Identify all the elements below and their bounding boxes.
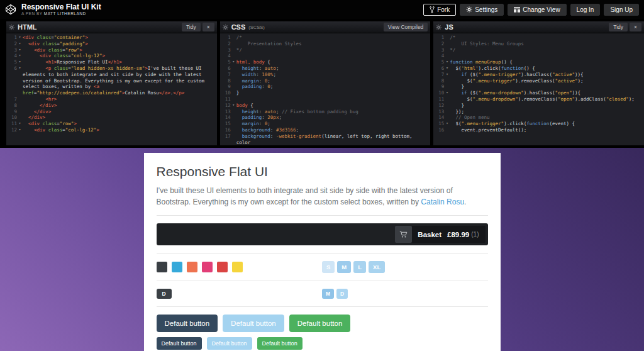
fold-arrow[interactable]: ▾ — [444, 121, 450, 127]
swatch-pink[interactable] — [202, 262, 213, 272]
page-title: Responsive Flat UI — [157, 164, 488, 179]
default-button-2[interactable]: Default button — [289, 315, 351, 332]
code-line: 7 width: 100%; — [220, 72, 431, 78]
fold-arrow[interactable]: ▾ — [231, 59, 236, 65]
line-number: 1 — [433, 35, 450, 41]
fold-arrow[interactable]: ▾ — [17, 127, 23, 133]
line-number: 1▾ — [6, 35, 23, 41]
gear-icon[interactable] — [9, 25, 14, 30]
size-button-l[interactable]: L — [353, 261, 366, 273]
fold-arrow[interactable]: ▾ — [17, 41, 23, 47]
code-line: 10▾ if ($(".menu-dropdown").hasClass("op… — [433, 90, 644, 96]
close-button[interactable]: × — [203, 23, 214, 31]
fold-arrow[interactable]: ▾ — [444, 72, 450, 78]
code-line: 6▾ $('html').click(function() { — [433, 65, 644, 72]
basket-price: £89.99 — [447, 231, 469, 238]
basket-widget[interactable]: Basket £89.99 (1) — [395, 226, 485, 243]
line-number: 2▾ — [6, 41, 23, 47]
line-number: 4▾ — [6, 53, 23, 59]
fold-arrow[interactable]: ▾ — [17, 65, 23, 72]
swatch-dark[interactable] — [157, 262, 167, 272]
line-number: 9 — [6, 109, 23, 115]
default-button-0[interactable]: Default button — [157, 315, 218, 332]
settings-button[interactable]: Settings — [460, 4, 504, 16]
size-button-s[interactable]: S — [322, 261, 335, 273]
catalin-rosu-link[interactable]: Catalin Rosu — [421, 198, 464, 206]
swatch-yellow[interactable] — [232, 262, 243, 272]
editor-actions: View Compiled — [384, 23, 428, 31]
fold-arrow[interactable]: ▾ — [17, 59, 23, 65]
code-line: 12▾ <div class="col-lg-12"> — [6, 127, 217, 133]
line-number: 9 — [433, 84, 450, 90]
line-number: 7 — [6, 96, 23, 103]
line-number: 5▾ — [433, 59, 450, 65]
signup-button[interactable]: Sign Up — [604, 4, 639, 16]
basket-cart-icon[interactable] — [395, 226, 412, 243]
mini-blue-button-m[interactable]: M — [322, 289, 334, 299]
line-number: 2 — [433, 41, 450, 47]
default-button-1[interactable]: Default button — [207, 337, 252, 350]
line-number: 11 — [433, 96, 450, 103]
fork-icon — [430, 6, 435, 13]
line-number: 10 — [6, 114, 23, 121]
tidy-button[interactable]: Tidy — [182, 23, 201, 31]
fold-arrow[interactable]: ▾ — [444, 90, 450, 96]
code-line: 4▾ <div class="col-lg-12"> — [6, 53, 217, 59]
gear-icon[interactable] — [223, 25, 228, 30]
html-code-area[interactable]: 1▾<div class="container">2▾ <div class="… — [6, 33, 217, 145]
default-button-2[interactable]: Default button — [257, 337, 303, 350]
css-code-area[interactable]: 1/*2 Presentation Styles3*/4 5▾html, bod… — [220, 33, 431, 145]
fold-arrow[interactable]: ▾ — [17, 53, 23, 59]
code-line: 8 margin: 0; — [220, 78, 431, 84]
default-button-0[interactable]: Default button — [157, 337, 202, 350]
line-number: 16 — [433, 127, 450, 133]
fold-arrow[interactable]: ▾ — [231, 103, 236, 109]
fold-arrow[interactable]: ▾ — [444, 65, 450, 72]
fold-arrow[interactable]: ▾ — [444, 59, 450, 65]
close-button[interactable]: × — [630, 23, 641, 31]
line-number: 14 — [433, 114, 450, 121]
editor-actions: Tidy× — [609, 23, 641, 31]
size-button-xl[interactable]: XL — [369, 261, 385, 273]
line-number: 6▾ — [6, 65, 23, 96]
divider — [157, 306, 488, 307]
fold-arrow[interactable]: ▾ — [17, 121, 23, 127]
size-group: SMLXL — [322, 261, 488, 273]
code-line: 5▾html, body { — [220, 59, 431, 65]
fold-arrow[interactable]: ▾ — [17, 35, 23, 41]
tidy-button[interactable]: Tidy — [609, 23, 628, 31]
code-line: 9 </div> — [6, 109, 217, 115]
code-line: 4 — [220, 53, 431, 59]
header-actions: Fork Settings Change View Log In Sign Up — [423, 4, 639, 16]
line-number: 15 — [220, 121, 236, 127]
swatch-orange[interactable] — [187, 262, 197, 272]
swatch-row — [157, 262, 323, 272]
line-number: 3 — [433, 47, 450, 53]
swatch-blue[interactable] — [172, 262, 182, 272]
line-number: 3 — [220, 47, 236, 53]
result-pane: Responsive Flat UI I've built these UI e… — [0, 148, 644, 351]
line-number: 5▾ — [6, 59, 23, 65]
codepen-logo-icon[interactable] — [5, 4, 16, 15]
line-number: 10 — [220, 90, 236, 96]
editor-title-html: HTML — [18, 23, 37, 31]
line-number: 5▾ — [220, 59, 236, 65]
change-view-button[interactable]: Change View — [508, 4, 566, 16]
line-number: 14 — [220, 114, 236, 121]
login-button[interactable]: Log In — [570, 4, 601, 16]
mini-blue-button-d[interactable]: D — [336, 289, 348, 299]
size-button-m[interactable]: M — [337, 261, 351, 273]
author-link[interactable]: Matt Litherland — [44, 11, 86, 16]
swatch-red[interactable] — [217, 262, 228, 272]
gear-icon[interactable] — [436, 25, 441, 30]
editor-panel-js: JS Tidy× 1/*2 UI Styles: Menu Groups3*/4… — [433, 21, 644, 145]
default-button-1[interactable]: Default button — [223, 315, 284, 332]
mini-dark-button[interactable]: D — [157, 289, 172, 299]
editor-header: CSS (SCSS) View Compiled — [220, 21, 431, 33]
js-code-area[interactable]: 1/*2 UI Styles: Menu Groups3*/4 5▾functi… — [433, 33, 644, 145]
top-header: Responsive Flat UI Kit A PEN BY Matt Lit… — [0, 0, 644, 19]
view-compiled-button[interactable]: View Compiled — [384, 23, 428, 31]
fork-button[interactable]: Fork — [423, 4, 456, 16]
code-line: 14 padding: 20px; — [220, 114, 431, 121]
fold-arrow[interactable]: ▾ — [17, 47, 23, 53]
